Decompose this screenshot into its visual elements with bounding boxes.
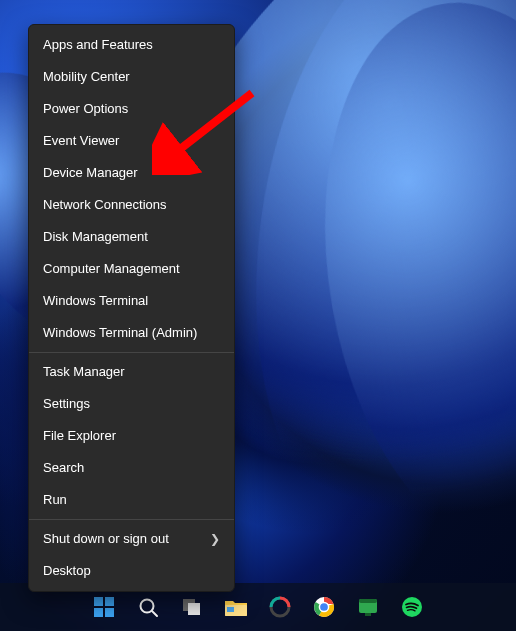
chrome-button[interactable] — [311, 594, 337, 620]
menu-apps-features[interactable]: Apps and Features — [29, 29, 234, 61]
start-button[interactable] — [91, 594, 117, 620]
svg-rect-5 — [105, 608, 114, 617]
menu-disk-management[interactable]: Disk Management — [29, 221, 234, 253]
menu-separator — [29, 352, 234, 353]
menu-mobility-center[interactable]: Mobility Center — [29, 61, 234, 93]
menu-task-manager[interactable]: Task Manager — [29, 356, 234, 388]
menu-computer-management[interactable]: Computer Management — [29, 253, 234, 285]
menu-search[interactable]: Search — [29, 452, 234, 484]
chrome-icon — [313, 596, 335, 618]
menu-network-connections[interactable]: Network Connections — [29, 189, 234, 221]
folder-icon — [224, 597, 248, 617]
menu-item-label: Disk Management — [43, 229, 148, 245]
menu-item-label: Windows Terminal — [43, 293, 148, 309]
menu-windows-terminal[interactable]: Windows Terminal — [29, 285, 234, 317]
menu-item-label: Settings — [43, 396, 90, 412]
task-view-button[interactable] — [179, 594, 205, 620]
menu-settings[interactable]: Settings — [29, 388, 234, 420]
green-panel-icon — [357, 596, 379, 618]
menu-item-label: Event Viewer — [43, 133, 119, 149]
spotify-button[interactable] — [399, 594, 425, 620]
menu-power-options[interactable]: Power Options — [29, 93, 234, 125]
menu-separator — [29, 519, 234, 520]
menu-item-label: Mobility Center — [43, 69, 130, 85]
spotify-icon — [401, 596, 423, 618]
search-icon — [137, 596, 159, 618]
svg-rect-4 — [94, 608, 103, 617]
menu-shutdown-signout[interactable]: Shut down or sign out ❯ — [29, 523, 234, 555]
chevron-right-icon: ❯ — [210, 531, 220, 547]
menu-device-manager[interactable]: Device Manager — [29, 157, 234, 189]
menu-item-label: Desktop — [43, 563, 91, 579]
menu-item-label: Task Manager — [43, 364, 125, 380]
menu-item-label: Power Options — [43, 101, 128, 117]
menu-item-label: Windows Terminal (Admin) — [43, 325, 197, 341]
app-button-2[interactable] — [355, 594, 381, 620]
menu-item-label: File Explorer — [43, 428, 116, 444]
task-view-icon — [181, 596, 203, 618]
svg-rect-2 — [94, 597, 103, 606]
menu-item-label: Apps and Features — [43, 37, 153, 53]
windows-icon — [93, 596, 115, 618]
svg-rect-3 — [105, 597, 114, 606]
svg-rect-17 — [359, 599, 377, 603]
menu-item-label: Run — [43, 492, 67, 508]
file-explorer-button[interactable] — [223, 594, 249, 620]
svg-rect-18 — [365, 613, 371, 616]
menu-item-label: Network Connections — [43, 197, 167, 213]
svg-line-7 — [152, 611, 157, 616]
app-button-1[interactable] — [267, 594, 293, 620]
ring-icon — [269, 596, 291, 618]
menu-run[interactable]: Run — [29, 484, 234, 516]
svg-rect-9 — [188, 603, 200, 615]
menu-event-viewer[interactable]: Event Viewer — [29, 125, 234, 157]
svg-rect-11 — [227, 607, 234, 612]
menu-item-label: Shut down or sign out — [43, 531, 169, 547]
menu-item-label: Device Manager — [43, 165, 138, 181]
menu-item-label: Computer Management — [43, 261, 180, 277]
menu-desktop[interactable]: Desktop — [29, 555, 234, 587]
winx-context-menu[interactable]: Apps and Features Mobility Center Power … — [28, 24, 235, 592]
menu-windows-terminal-admin[interactable]: Windows Terminal (Admin) — [29, 317, 234, 349]
menu-file-explorer[interactable]: File Explorer — [29, 420, 234, 452]
menu-item-label: Search — [43, 460, 84, 476]
search-button[interactable] — [135, 594, 161, 620]
